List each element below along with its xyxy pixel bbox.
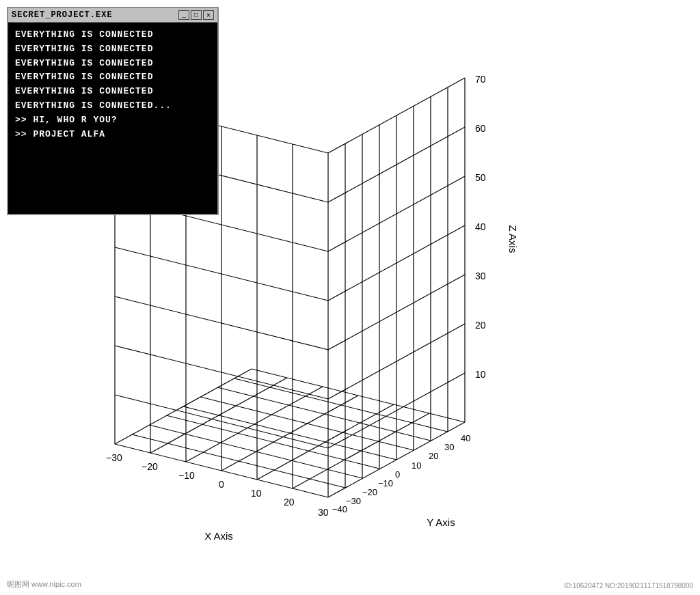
terminal-line-7: >> HI, WHO R YOU? [15,113,211,128]
close-button[interactable]: ✕ [203,10,214,20]
z-axis-labels: 10 20 30 40 50 60 70 [475,74,486,380]
svg-line-10 [166,415,379,469]
z-axis-title: Z Axis [507,225,519,253]
svg-line-14 [234,378,448,432]
y-axis-labels: −40 −30 −20 −10 0 10 20 30 40 [332,433,470,514]
terminal-line-3: EVERYTHING IS CONNECTED [15,57,211,71]
terminal-body: EVERYTHING IS CONNECTED EVERYTHING IS CO… [8,23,217,214]
z-tick-30: 30 [475,271,486,281]
terminal-line-6: EVERYTHING IS CONNECTED... [15,99,211,113]
x-tick-0: 0 [219,479,224,490]
x-tick-10: 10 [251,488,262,499]
x-tick-neg20: −20 [142,461,158,472]
watermark-left: 昵图网 www.nipic.com [7,579,81,590]
window-controls: _ □ ✕ [178,10,214,20]
y-axis-title: Y Axis [427,516,455,528]
terminal-line-2: EVERYTHING IS CONNECTED [15,42,211,57]
terminal-window: SECRET_PROJECT.EXE _ □ ✕ EVERYTHING IS C… [7,7,219,215]
title-bar: SECRET_PROJECT.EXE _ □ ✕ [8,8,217,23]
svg-line-8 [132,434,345,488]
y-tick-30: 30 [444,442,454,452]
z-tick-70: 70 [475,74,486,85]
y-tick-neg20: −20 [362,487,377,497]
terminal-line-5: EVERYTHING IS CONNECTED [15,85,211,99]
terminal-line-8: >> PROJECT ALFA [15,128,211,142]
y-tick-neg30: −30 [346,496,361,506]
terminal-line-4: EVERYTHING IS CONNECTED [15,70,211,85]
svg-line-12 [200,397,414,450]
x-tick-30: 30 [318,507,329,518]
y-tick-20: 20 [429,451,438,461]
x-axis-labels: −30 −20 −10 0 10 20 30 [106,452,329,518]
y-tick-10: 10 [412,460,421,471]
x-tick-neg30: −30 [106,452,122,463]
y-tick-neg40: −40 [332,504,347,514]
z-tick-40: 40 [475,221,486,232]
y-tick-neg10: −10 [378,478,393,488]
z-tick-50: 50 [475,172,486,183]
y-tick-0: 0 [395,469,400,480]
z-tick-10: 10 [475,369,486,380]
x-tick-neg10: −10 [178,470,195,481]
x-tick-20: 20 [284,497,295,508]
z-tick-60: 60 [475,123,486,134]
terminal-line-1: EVERYTHING IS CONNECTED [15,28,211,42]
maximize-button[interactable]: □ [191,10,202,20]
svg-line-15 [252,369,465,422]
watermark-right: ID:10620472 NO:20190211171518798000 [564,582,693,590]
svg-line-13 [217,387,431,441]
window-title: SECRET_PROJECT.EXE [12,10,113,20]
x-axis-title: X Axis [204,530,233,542]
y-tick-40: 40 [461,433,470,443]
svg-line-11 [183,406,396,460]
minimize-button[interactable]: _ [178,10,189,20]
z-tick-20: 20 [475,320,486,331]
